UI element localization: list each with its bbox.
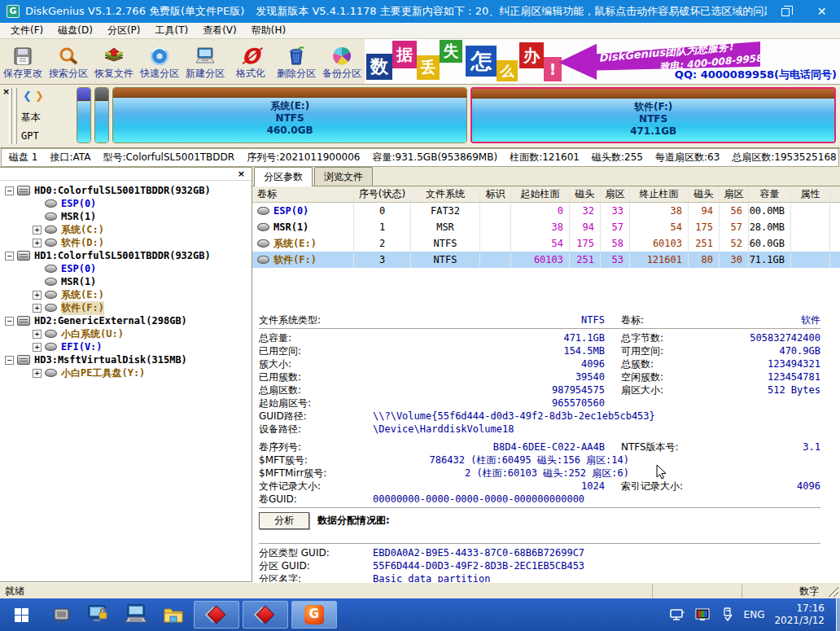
tree-item-software-f[interactable]: 软件(F:) (0, 301, 252, 314)
partition-block-system-e[interactable]: 系统(E:) NTFS 460.0GB (112, 87, 467, 143)
ad-banner[interactable]: 数 据 丢 失 怎 么 办 ! DiskGenius团队为您服务! 致电: 40… (365, 39, 840, 84)
table-row-msr[interactable]: MSR(1) 1 MSR 38 94 57 54 175 57 128.0MB (252, 219, 840, 235)
taskbar-input-tool[interactable] (117, 598, 155, 631)
tree-item-msr[interactable]: MSR(1) (0, 275, 252, 288)
resize-grip[interactable] (829, 587, 838, 597)
next-disk-arrow-icon[interactable]: ❯ (35, 90, 44, 102)
backup-partition-button[interactable]: 备份分区 (319, 39, 365, 85)
expand-icon[interactable] (33, 291, 42, 300)
tab-partition-params[interactable]: 分区参数 (254, 167, 313, 186)
quick-partition-button[interactable]: 快速分区 (137, 39, 182, 85)
collapse-icon[interactable] (5, 356, 14, 365)
partition-block-msr[interactable] (94, 87, 109, 143)
recover-files-button[interactable]: 恢复文件 (91, 39, 137, 85)
col-capacity[interactable]: 容量 (749, 186, 791, 202)
clock[interactable]: 17:16 2021/3/12 (774, 603, 825, 627)
tree-item-esp[interactable]: ESP(0) (0, 197, 252, 210)
expand-icon[interactable] (33, 330, 42, 339)
disk-interface: 接口:ATA (50, 151, 90, 164)
tree-item-hd0[interactable]: HD0:ColorfulSL5001TBDDR(932GB) (0, 184, 252, 197)
partition-icon (257, 207, 269, 215)
table-row-esp[interactable]: ESP(0) 0 FAT32 0 32 33 38 94 56 300.0MB (252, 203, 840, 219)
new-partition-button[interactable]: 新建分区 (182, 39, 228, 85)
menu-help[interactable]: 帮助(H) (244, 24, 293, 37)
banner-tile: 失 (440, 40, 462, 63)
tree-item-msr[interactable]: MSR(1) (0, 210, 252, 223)
partition-icon (45, 199, 57, 208)
col-flag[interactable]: 标识 (480, 186, 511, 202)
search-partition-button[interactable]: 搜索分区 (46, 39, 91, 85)
menu-disk[interactable]: 磁盘(D) (50, 24, 100, 37)
format-button[interactable]: Ø 格式化 (228, 39, 273, 85)
collapse-icon[interactable] (5, 186, 14, 195)
splitter-grip[interactable] (9, 88, 12, 144)
partition-icon (257, 239, 269, 248)
analyze-row: 分析 数据分配情况图: (259, 510, 820, 530)
menu-view[interactable]: 查看(V) (195, 24, 244, 37)
expand-icon[interactable] (33, 369, 42, 378)
tree-item-hd3[interactable]: HD3:MsftVirtualDisk(315MB) (0, 353, 252, 366)
expand-icon[interactable] (33, 226, 42, 234)
menu-partition[interactable]: 分区(P) (100, 24, 148, 37)
col-filesystem[interactable]: 文件系统 (411, 186, 480, 202)
harddisk-icon (17, 355, 30, 365)
col-end-head[interactable]: 磁头 (689, 186, 720, 202)
tree-item-hd1[interactable]: HD1:ColorfulSL5001TBDDR(932GB) (0, 249, 252, 262)
col-volume-label[interactable]: 卷标 (252, 186, 354, 202)
banner-tile: 办 (519, 42, 544, 68)
col-seq-status[interactable]: 序号(状态) (354, 186, 411, 202)
update-notice: 发现新版本 V5.4.1.1178 主要更新内容如下：20、纠正扇区编辑功能，鼠… (256, 4, 767, 19)
usb-eject-icon[interactable] (721, 607, 734, 623)
taskbar-security-tool[interactable] (80, 598, 117, 631)
taskbar-app-diskgenius[interactable]: G (291, 601, 337, 629)
col-end-cyl[interactable]: 终止柱面 (630, 186, 689, 202)
tab-browse-files[interactable]: 浏览文件 (314, 167, 373, 186)
save-changes-button[interactable]: 保存更改 (0, 39, 46, 85)
taskbar-chip-tool[interactable] (42, 598, 80, 631)
panel-close-icon[interactable]: × (238, 169, 245, 179)
collapse-icon[interactable] (5, 317, 14, 326)
tree-item-xiaobai-system-u[interactable]: 小白系统(U:) (0, 327, 252, 340)
restore-button[interactable] (767, 0, 803, 23)
taskbar-app-red-diamond-2[interactable] (243, 601, 288, 629)
display-color-icon[interactable] (695, 607, 711, 622)
tree-item-system-c[interactable]: 系统(C:) (0, 223, 252, 236)
expand-icon[interactable] (33, 343, 42, 352)
expand-icon[interactable] (33, 304, 42, 313)
taskbar-app-red-diamond-1[interactable] (194, 601, 239, 629)
show-desktop-button[interactable] (836, 598, 840, 631)
menu-file[interactable]: 文件(F) (3, 24, 50, 37)
delete-partition-button[interactable]: 删除分区 (273, 39, 319, 85)
partition-block-software-f[interactable]: 软件(F:) NTFS 471.1GB (470, 87, 836, 143)
language-indicator[interactable]: ENG (744, 609, 765, 620)
expand-icon[interactable] (33, 239, 42, 248)
prev-disk-arrow-icon[interactable]: ❮ (23, 90, 32, 102)
table-row-system-e[interactable]: 系统(E:) 2 NTFS 54 175 58 60103 251 52 460… (252, 235, 840, 252)
network-icon[interactable] (669, 607, 685, 622)
partition-panel-side: × ❮ ❯ 基本 GPT (0, 85, 75, 147)
scheme-basic-label: 基本 (21, 111, 41, 125)
start-button[interactable] (0, 598, 42, 631)
tree-item-hd2[interactable]: HD2:GenericExternal(298GB) (0, 314, 252, 327)
partition-icon (45, 213, 57, 221)
table-row-software-f-selected[interactable]: 软件(F:) 3 NTFS 60103 251 53 121601 80 30 … (252, 252, 840, 268)
col-end-sector[interactable]: 扇区 (720, 186, 749, 202)
tree-item-xiaobai-pe-y[interactable]: 小白PE工具盘(Y:) (0, 366, 252, 379)
tree-item-system-e[interactable]: 系统(E:) (0, 288, 252, 301)
close-button[interactable]: ✕ (803, 0, 840, 23)
menu-tools[interactable]: 工具(T) (147, 24, 195, 37)
splitter-grip[interactable] (14, 88, 17, 144)
tree-item-efi-v[interactable]: EFI(V:) (0, 340, 252, 353)
col-start-cyl[interactable]: 起始柱面 (511, 186, 570, 202)
taskbar-file-explorer[interactable] (155, 598, 192, 631)
analyze-button[interactable]: 分析 (259, 512, 309, 529)
collapse-icon[interactable] (5, 252, 14, 261)
partition-block-esp[interactable] (77, 87, 91, 143)
tree-item-software-d[interactable]: 软件(D:) (0, 236, 252, 249)
col-start-sector[interactable]: 扇区 (601, 186, 630, 202)
partition-icon (45, 291, 57, 299)
diskgenius-window: { "window": { "title": "DiskGenius V5.1.… (0, 0, 840, 631)
col-start-head[interactable]: 磁头 (570, 186, 601, 202)
col-attr[interactable]: 属性 (791, 186, 830, 202)
tree-item-esp[interactable]: ESP(0) (0, 262, 252, 275)
